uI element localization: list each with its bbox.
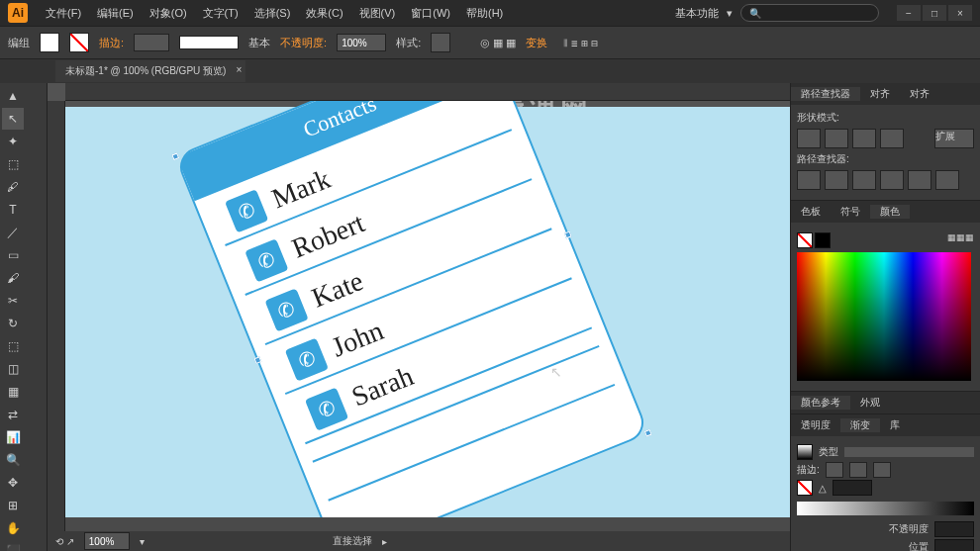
titlebar: Ai 文件(F) 编辑(E) 对象(O) 文字(T) 选择(S) 效果(C) 视… [0, 0, 980, 26]
crop-button[interactable] [880, 170, 904, 190]
pathfinder-panel: 路径查找器 对齐 对齐 形状模式: 扩展 路径查找器: [791, 83, 980, 201]
stroke-grad-3[interactable] [873, 462, 891, 478]
pathfinder-tab[interactable]: 路径查找器 [791, 87, 860, 101]
workspace-dropdown[interactable]: 基本功能 [675, 6, 719, 21]
gradient-swatch[interactable] [797, 444, 813, 460]
appearance-tab[interactable]: 外观 [850, 396, 890, 410]
phone-mockup[interactable]: Contacts ✆ Mark ✆ Robert ✆ Kate ✆ [174, 101, 649, 531]
eyedropper-tool[interactable]: ✥ [2, 472, 24, 494]
menu-object[interactable]: 对象(O) [142, 6, 195, 21]
artboard[interactable]: Contacts ✆ Mark ✆ Robert ✆ Kate ✆ [65, 107, 790, 522]
color-panel: 色板 符号 颜色 ▦▦▦ [791, 201, 980, 392]
menu-edit[interactable]: 编辑(E) [89, 6, 142, 21]
zoom-input[interactable] [84, 532, 130, 550]
ruler-horizontal[interactable] [65, 83, 790, 101]
expand-button[interactable]: 扩展 [934, 129, 974, 148]
color-guide-panel: 颜色参考 外观 [791, 392, 980, 414]
slice-tool[interactable]: ⬛ [2, 540, 24, 551]
type-tool[interactable]: T [2, 199, 24, 221]
menu-type[interactable]: 文字(T) [195, 6, 246, 21]
gradient-tab[interactable]: 渐变 [840, 418, 880, 432]
status-bar: ⟲ ↗ ▾ 直接选择 ▸ [48, 531, 790, 551]
minimize-button[interactable]: − [897, 5, 921, 21]
artboard-tool[interactable]: ⊞ [2, 495, 24, 516]
shape-builder-tool[interactable]: ▦ [2, 381, 24, 403]
scale-tool[interactable]: ⬚ [2, 335, 24, 357]
scissors-tool[interactable]: ✂ [2, 290, 24, 312]
menu-select[interactable]: 选择(S) [246, 6, 299, 21]
minus-front-button[interactable] [825, 129, 848, 148]
align-tab-2[interactable]: 对齐 [900, 87, 939, 101]
phone-icon: ✆ [305, 387, 348, 430]
graph-tool[interactable]: 📊 [2, 426, 24, 448]
phone-icon: ✆ [264, 288, 308, 331]
outline-button[interactable] [908, 170, 931, 190]
color-tab[interactable]: 颜色 [870, 205, 910, 219]
hand-tool[interactable]: ✋ [2, 517, 24, 539]
width-tool[interactable]: ◫ [2, 358, 24, 380]
color-guide-tab[interactable]: 颜色参考 [791, 396, 850, 410]
opacity-input[interactable] [337, 34, 386, 51]
menu-effect[interactable]: 效果(C) [298, 6, 350, 21]
pen-tool[interactable]: 🖋 [2, 176, 24, 198]
libraries-tab[interactable]: 库 [880, 418, 910, 432]
intersect-button[interactable] [852, 129, 876, 148]
gradient-slider[interactable] [797, 502, 974, 515]
merge-button[interactable] [852, 170, 876, 190]
free-transform-tool[interactable]: ⇄ [2, 404, 24, 425]
brush-tool[interactable]: 🖌 [2, 267, 24, 289]
unite-button[interactable] [797, 129, 821, 148]
shape-mode-label: 形状模式: [797, 111, 974, 125]
close-tab-icon[interactable]: × [237, 64, 243, 75]
direct-selection-tool[interactable]: ↖ [2, 108, 24, 130]
stroke-grad-2[interactable] [849, 462, 867, 478]
rectangle-tool[interactable]: ▭ [2, 244, 24, 266]
rotate-tool[interactable]: ↻ [2, 313, 24, 334]
selection-mode: 编组 [8, 36, 30, 50]
opacity-label: 不透明度: [280, 36, 327, 50]
canvas-area[interactable]: 虎课网 Contacts ✆ Mark ✆ Robert ✆ K [48, 83, 790, 551]
menu-window[interactable]: 窗口(W) [403, 6, 458, 21]
search-input[interactable]: 🔍 [740, 4, 879, 22]
exclude-button[interactable] [880, 129, 904, 148]
stroke-grad-1[interactable] [826, 462, 843, 478]
opacity-val[interactable] [934, 521, 974, 537]
lasso-tool[interactable]: ⬚ [2, 153, 24, 175]
stroke-preview[interactable] [179, 36, 239, 49]
symbols-tab[interactable]: 符号 [831, 205, 870, 219]
zoom-tool[interactable]: 🔍 [2, 449, 24, 471]
toolbox: ▲ ↖ ✦ ⬚ 🖋 T ／ ▭ 🖌 ✂ ↻ ⬚ ◫ ▦ ⇄ 📊 🔍 ✥ ⊞ ✋ … [0, 83, 48, 551]
type-dropdown[interactable] [844, 447, 974, 457]
cursor-icon: ↖ [550, 364, 562, 380]
color-spectrum[interactable] [797, 252, 971, 381]
swatches-tab[interactable]: 色板 [791, 205, 831, 219]
close-button[interactable]: × [948, 5, 972, 21]
menu-file[interactable]: 文件(F) [38, 6, 89, 21]
selection-tool[interactable]: ▲ [2, 85, 24, 107]
document-tab[interactable]: 未标题-1* @ 100% (RGB/GPU 预览) × [55, 60, 245, 82]
graphic-style[interactable] [431, 33, 450, 52]
transparency-tab[interactable]: 透明度 [791, 418, 840, 432]
position-val[interactable] [934, 539, 974, 551]
fill-swatch[interactable] [40, 33, 59, 52]
magic-wand-tool[interactable]: ✦ [2, 131, 24, 152]
trim-button[interactable] [825, 170, 848, 190]
transform-label[interactable]: 变换 [526, 36, 547, 50]
menu-view[interactable]: 视图(V) [351, 6, 404, 21]
maximize-button[interactable]: □ [923, 5, 946, 21]
panels-column: 路径查找器 对齐 对齐 形状模式: 扩展 路径查找器: [790, 83, 980, 551]
divide-button[interactable] [797, 170, 821, 190]
minus-back-button[interactable] [935, 170, 959, 190]
stroke-swatch[interactable] [69, 33, 89, 52]
fill-indicator[interactable] [797, 232, 813, 248]
brush-style[interactable]: 基本 [248, 36, 270, 50]
stroke-weight[interactable] [134, 34, 169, 51]
grad-stop[interactable] [797, 480, 813, 496]
scrollbar-horizontal[interactable] [65, 517, 790, 531]
stroke-indicator[interactable] [815, 232, 831, 248]
line-tool[interactable]: ／ [2, 222, 24, 243]
menu-help[interactable]: 帮助(H) [458, 6, 511, 21]
angle-input[interactable] [833, 480, 872, 496]
align-tab[interactable]: 对齐 [860, 87, 900, 101]
ruler-vertical[interactable] [48, 101, 65, 551]
